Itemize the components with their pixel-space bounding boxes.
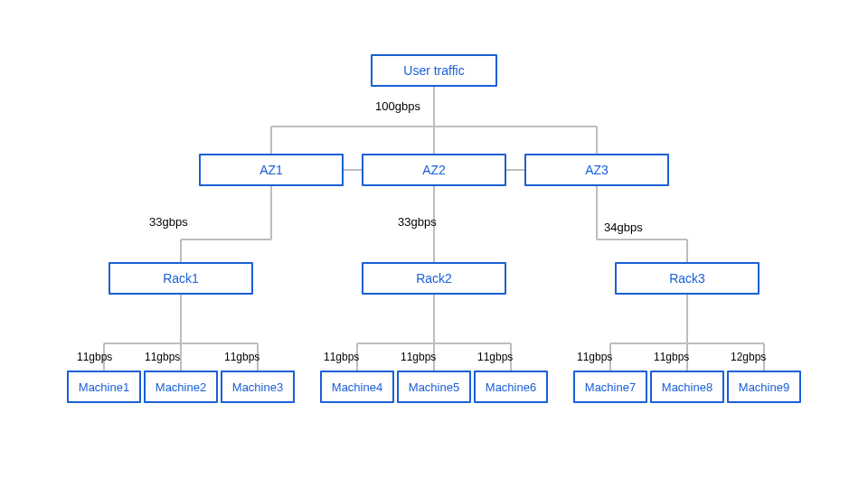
node-machine4: Machine4 — [320, 371, 394, 403]
edge-label-m3: 11gbps — [224, 351, 259, 363]
node-rack1: Rack1 — [108, 262, 253, 295]
node-label: Machine3 — [232, 380, 283, 394]
edge-label-m8: 11gbps — [654, 351, 689, 363]
node-label: Rack2 — [416, 271, 452, 286]
edge-label-az3-rack3: 34gbps — [604, 221, 643, 234]
node-label: AZ2 — [422, 163, 446, 177]
node-machine9: Machine9 — [727, 371, 801, 403]
edge-label-m5: 11gbps — [401, 351, 436, 363]
edge-label-m7: 11gbps — [577, 351, 612, 363]
node-rack2: Rack2 — [362, 262, 506, 295]
node-label: AZ3 — [585, 163, 609, 177]
edge-label-m4: 11gbps — [324, 351, 359, 363]
node-machine7: Machine7 — [573, 371, 647, 403]
edge-label-root-az: 100gbps — [375, 99, 420, 113]
node-label: Machine2 — [156, 380, 206, 394]
node-label: AZ1 — [259, 163, 283, 177]
edge-label-az2-rack2: 33gbps — [398, 215, 437, 229]
node-user-traffic: User traffic — [371, 54, 497, 87]
edge-label-m1: 11gbps — [77, 351, 112, 363]
node-label: Machine8 — [662, 380, 712, 394]
node-machine2: Machine2 — [144, 371, 218, 403]
node-machine5: Machine5 — [397, 371, 471, 403]
edge-label-az1-rack1: 33gbps — [149, 215, 188, 229]
node-label: Rack1 — [163, 271, 199, 286]
node-label: Rack3 — [669, 271, 705, 286]
node-label: Machine1 — [79, 380, 129, 394]
node-machine3: Machine3 — [221, 371, 295, 403]
node-label: Machine4 — [332, 380, 382, 394]
node-az3: AZ3 — [524, 154, 669, 186]
node-machine6: Machine6 — [474, 371, 548, 403]
node-label: Machine5 — [409, 380, 459, 394]
node-az2: AZ2 — [362, 154, 506, 186]
node-machine8: Machine8 — [650, 371, 724, 403]
edge-label-m9: 12gbps — [731, 351, 766, 363]
edge-label-m2: 11gbps — [145, 351, 180, 363]
node-label: Machine7 — [585, 380, 636, 394]
node-label: Machine6 — [486, 380, 536, 394]
node-az1: AZ1 — [199, 154, 344, 186]
node-rack3: Rack3 — [615, 262, 760, 295]
node-machine1: Machine1 — [67, 371, 141, 403]
node-label: Machine9 — [739, 380, 789, 394]
node-label: User traffic — [403, 63, 464, 78]
edge-label-m6: 11gbps — [477, 351, 513, 363]
